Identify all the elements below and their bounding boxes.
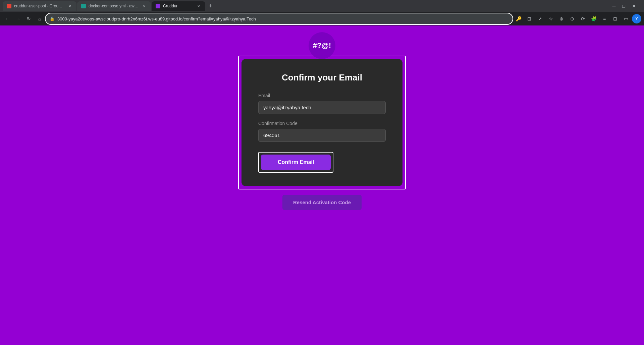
email-input[interactable] xyxy=(258,101,386,114)
screen-icon[interactable]: ▭ xyxy=(621,14,631,23)
toolbar: ← → ↻ ⌂ 🔒 3000-yaya2devops-awscloudpro-d… xyxy=(0,12,644,25)
new-tab-button[interactable]: + xyxy=(206,1,215,11)
address-text: 3000-yaya2devops-awscloudpro-dnrh2n6mz6t… xyxy=(57,16,508,21)
page-content: #?@! Confirm your Email Email Confirmati… xyxy=(0,25,644,345)
email-label: Email xyxy=(258,93,386,98)
bookmark-icon[interactable]: ☆ xyxy=(546,14,555,23)
reload-button[interactable]: ↻ xyxy=(24,14,34,23)
code-label: Confirmation Code xyxy=(258,121,386,126)
account-icon[interactable]: Y xyxy=(632,14,641,23)
share-icon[interactable]: ↗ xyxy=(535,14,545,23)
confirmation-code-input[interactable] xyxy=(258,129,386,142)
tab-2-close[interactable]: ✕ xyxy=(142,3,147,9)
tab-2-title: docker-compose.yml - aws-clou... xyxy=(89,4,139,8)
card-title: Confirm your Email xyxy=(258,72,386,83)
extension-icon-5[interactable]: ≡ xyxy=(600,14,609,23)
tab-2-favicon xyxy=(81,4,86,8)
window-controls: ─ □ ✕ xyxy=(610,3,641,9)
tab-1-close[interactable]: ✕ xyxy=(67,3,72,9)
extension-icon-4[interactable]: 🧩 xyxy=(589,14,598,23)
page-main: #?@! Confirm your Email Email Confirmati… xyxy=(238,32,406,210)
minimize-button[interactable]: ─ xyxy=(610,3,619,9)
tab-1[interactable]: cruddur-user-pool - Groupes d... ✕ xyxy=(3,1,76,11)
toolbar-right: 🔑 ⊡ ↗ ☆ ⊕ ⊙ ⟳ 🧩 ≡ ⊟ ▭ Y xyxy=(514,14,641,23)
tab-bar: cruddur-user-pool - Groupes d... ✕ docke… xyxy=(0,0,644,12)
app-logo-text: #?@! xyxy=(313,41,331,50)
lock-icon: 🔒 xyxy=(50,16,55,21)
tab-3[interactable]: Cruddur ✕ xyxy=(152,1,205,11)
card-highlight-box: Confirm your Email Email Confirmation Co… xyxy=(238,56,406,189)
confirm-email-button[interactable]: Confirm Email xyxy=(261,155,331,170)
code-form-group: Confirmation Code xyxy=(258,121,386,142)
cast-icon[interactable]: ⊡ xyxy=(525,14,534,23)
tab-3-close[interactable]: ✕ xyxy=(196,3,201,9)
close-button[interactable]: ✕ xyxy=(629,3,639,9)
home-button[interactable]: ⌂ xyxy=(35,14,44,23)
forward-button[interactable]: → xyxy=(13,14,23,23)
tab-search-icon[interactable]: ⊟ xyxy=(610,14,620,23)
app-logo: #?@! xyxy=(309,32,335,59)
extension-icon-2[interactable]: ⊙ xyxy=(568,14,577,23)
resend-activation-button[interactable]: Resend Activation Code xyxy=(282,195,362,210)
tab-3-title: Cruddur xyxy=(163,4,193,8)
back-button[interactable]: ← xyxy=(3,14,12,23)
confirm-button-highlight: Confirm Email xyxy=(258,152,333,173)
profile-icon[interactable]: 🔑 xyxy=(514,14,523,23)
maximize-button[interactable]: □ xyxy=(620,3,628,9)
extension-icon-1[interactable]: ⊕ xyxy=(557,14,566,23)
tab-2[interactable]: docker-compose.yml - aws-clou... ✕ xyxy=(77,1,151,11)
address-bar[interactable]: 🔒 3000-yaya2devops-awscloudpro-dnrh2n6mz… xyxy=(46,13,513,24)
extension-icon-3[interactable]: ⟳ xyxy=(578,14,588,23)
confirm-email-card: Confirm your Email Email Confirmation Co… xyxy=(241,59,402,186)
tab-3-favicon xyxy=(156,4,160,8)
tab-1-favicon xyxy=(7,4,11,8)
email-form-group: Email xyxy=(258,93,386,114)
tab-1-title: cruddur-user-pool - Groupes d... xyxy=(14,4,64,8)
browser-chrome: cruddur-user-pool - Groupes d... ✕ docke… xyxy=(0,0,644,25)
